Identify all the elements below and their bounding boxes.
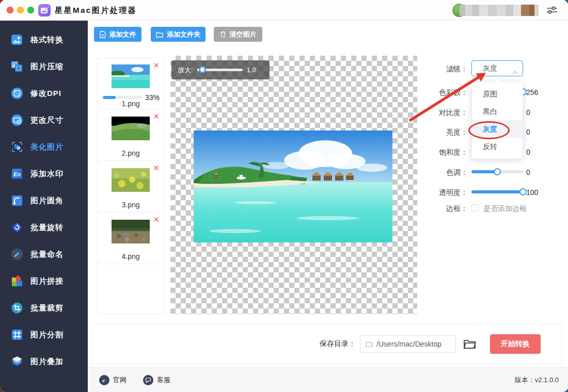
official-site-link[interactable]: e 官网 (99, 375, 127, 385)
dropdown-option-invert[interactable]: 反转 (472, 138, 523, 155)
file-icon (100, 31, 106, 38)
delete-file-icon[interactable]: ✕ (153, 216, 160, 223)
image-stitch-icon (10, 274, 24, 288)
sidebar-item-label: 图片分割 (30, 330, 64, 340)
file-name: 4.png (98, 252, 164, 260)
border-checkbox[interactable] (471, 204, 479, 211)
sidebar-item-batch-crop[interactable]: 批量裁剪 (0, 295, 88, 321)
filter-select-value: 灰度 (483, 64, 497, 73)
titlebar: ✦ 星星Mac图片处理器 (0, 0, 568, 21)
sidebar-item-label: 图片拼接 (30, 276, 64, 286)
save-dir-input[interactable]: /Users/mac/Desktop (360, 335, 456, 353)
thumbnail-forest-stream (112, 220, 150, 243)
file-item[interactable]: ✕ 4.png (98, 213, 164, 264)
add-folder-button[interactable]: 添加文件夹 (151, 27, 206, 42)
svg-text:✦: ✦ (47, 6, 49, 9)
saturation-label: 饱和度： (422, 148, 468, 157)
colors-label: 色彩数： (422, 88, 468, 97)
zoom-value: 1.0 (247, 66, 256, 74)
version-label: 版本：v2.1.0.0 (515, 375, 559, 385)
sidebar-item-dpi[interactable]: 修改DPI (0, 80, 88, 107)
sidebar-item-label: 图片压缩 (30, 62, 64, 72)
add-file-button[interactable]: 添加文件 (94, 27, 141, 42)
sidebar-item-resize[interactable]: 更改尺寸 (0, 107, 88, 134)
thumbnail-meadow (112, 117, 150, 140)
beautify-image-icon (10, 140, 24, 154)
delete-file-icon[interactable]: ✕ (153, 164, 160, 172)
file-item[interactable]: ✕ 3.png (98, 161, 164, 213)
brightness-value: 0 (526, 128, 557, 136)
sidebar-item-overlay[interactable]: 图片叠加 (0, 348, 88, 375)
filter-select[interactable]: 灰度 (471, 60, 523, 76)
preview-canvas[interactable]: 放大: 1.0 (170, 56, 417, 314)
opacity-slider[interactable] (471, 190, 523, 193)
sidebar-item-label: 美化图片 (30, 142, 64, 152)
border-label: 边框： (422, 204, 468, 214)
saturation-value: 0 (526, 148, 557, 156)
dropdown-option-bw[interactable]: 黑白 (472, 103, 523, 120)
dropdown-option-grayscale[interactable]: 灰度 (472, 120, 523, 138)
progress-fill (103, 96, 116, 99)
border-checkbox-label: 是否添加边框 (483, 204, 527, 214)
sidebar-item-batch-rotate[interactable]: 批量旋转 (0, 214, 88, 241)
sidebar-item-beautify[interactable]: 美化图片 (0, 134, 88, 160)
customer-service-link[interactable]: 客服 (143, 375, 170, 385)
image-overlay-icon (10, 355, 24, 368)
file-name: 3.png (98, 201, 164, 209)
sidebar-item-label: 更改尺寸 (30, 116, 64, 125)
minimize-button[interactable] (17, 7, 24, 13)
sidebar-item-label: 添加水印 (30, 169, 64, 179)
opacity-value: 100 (526, 188, 557, 197)
thumbnail-flowers (112, 168, 150, 192)
resize-icon (10, 113, 24, 127)
sidebar-item-round-corner[interactable]: 图片圆角 (0, 187, 88, 214)
fullscreen-button[interactable] (27, 7, 34, 13)
hue-slider-handle[interactable] (494, 168, 501, 175)
batch-crop-icon (10, 301, 24, 315)
sidebar-item-label: 批量命名 (30, 250, 64, 259)
sidebar-item-split[interactable]: 图片分割 (0, 321, 88, 348)
svg-text:e: e (102, 377, 105, 383)
settings-sliders-icon[interactable] (545, 5, 559, 18)
clear-images-button[interactable]: 清空图片 (214, 27, 262, 42)
website-icon: e (99, 375, 109, 385)
format-convert-icon (10, 33, 24, 46)
sidebar-item-watermark[interactable]: En 添加水印 (0, 160, 88, 187)
trash-icon (220, 31, 226, 38)
image-compress-icon (10, 60, 24, 73)
delete-file-icon[interactable]: ✕ (153, 61, 160, 69)
chat-icon (143, 375, 153, 385)
zoom-slider[interactable] (197, 69, 243, 71)
zoom-control: 放大: 1.0 (171, 60, 270, 79)
filter-label: 滤镜： (422, 64, 468, 74)
folder-small-icon (366, 341, 373, 347)
opacity-label: 透明度： (422, 188, 468, 198)
contrast-value: 0 (526, 108, 557, 117)
folder-open-icon (463, 338, 477, 350)
sidebar: 格式转换 图片压缩 修改DPI 更改尺寸 美化图片 En 添加水印 图片圆角 批 (0, 21, 88, 392)
chevron-up-icon (512, 67, 518, 76)
brightness-label: 亮度： (422, 128, 468, 137)
start-convert-button[interactable]: 开始转换 (490, 334, 541, 354)
preview-image-beach (194, 130, 392, 242)
sidebar-item-batch-rename[interactable]: 批量命名 (0, 241, 88, 268)
file-item[interactable]: ✕ 2.png (98, 109, 164, 161)
close-button[interactable] (7, 7, 13, 13)
browse-folder-button[interactable] (463, 338, 477, 350)
zoom-label: 放大: (178, 66, 193, 75)
sidebar-item-format-convert[interactable]: 格式转换 (0, 26, 88, 53)
sidebar-item-compress[interactable]: 图片压缩 (0, 53, 88, 80)
hue-slider[interactable] (471, 170, 523, 173)
add-watermark-icon: En (10, 167, 24, 181)
sidebar-item-label: 批量裁剪 (30, 303, 64, 313)
sidebar-item-stitch[interactable]: 图片拼接 (0, 268, 88, 295)
opacity-slider-handle[interactable] (519, 188, 527, 195)
sidebar-item-label: 格式转换 (30, 35, 64, 45)
zoom-slider-handle[interactable] (199, 66, 206, 73)
dropdown-option-original[interactable]: 原图 (472, 85, 523, 103)
file-list: ✕ 33% 1.png ✕ 2.png ✕ 3.png ✕ (97, 58, 164, 314)
modify-dpi-icon (10, 87, 24, 100)
delete-file-icon[interactable]: ✕ (153, 112, 160, 120)
app-logo-icon: ✦ (38, 4, 51, 17)
file-item[interactable]: ✕ 33% 1.png (98, 58, 164, 109)
